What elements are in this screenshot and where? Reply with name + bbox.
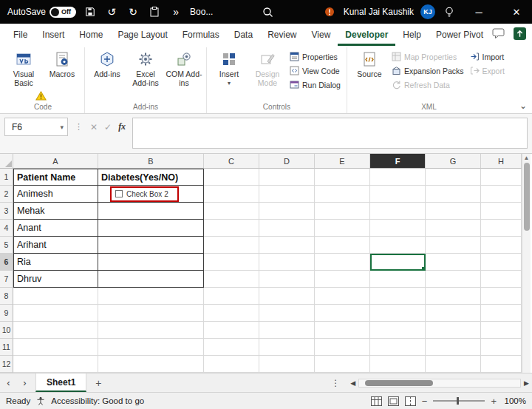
cell-H4[interactable] [481,220,522,237]
formula-bar-grip-icon[interactable]: ⋮ [75,122,83,132]
page-break-view-icon[interactable] [405,396,416,406]
cell-A3[interactable]: Mehak [13,203,98,220]
insert-control-button[interactable]: Insert ▾ [211,48,248,87]
cell-A2[interactable]: Animesh [13,186,98,203]
cell-D5[interactable] [259,237,315,254]
column-header-a[interactable]: A [13,154,98,169]
cell-D2[interactable] [259,186,315,203]
view-code-button[interactable]: View Code [287,64,343,77]
undo-icon[interactable]: ↺ [104,4,119,20]
collapse-ribbon-icon[interactable]: ⌄ [519,101,527,111]
scroll-up-icon[interactable]: ▲ [524,155,530,161]
cell-B4[interactable] [98,220,204,237]
lightbulb-icon[interactable] [442,4,457,20]
sheet-options-icon[interactable]: ⋮ [331,378,340,388]
source-button[interactable]: Source [351,48,388,78]
cell-F6[interactable] [370,254,426,271]
checkbox-label[interactable]: Check Box 2 [126,190,168,198]
name-box[interactable]: F6 ▾ [4,118,68,136]
prev-sheet-icon[interactable]: ‹ [3,377,14,388]
cell-A7[interactable]: Dhruv [13,271,98,288]
save-icon[interactable] [83,4,98,20]
vertical-scroll-thumb[interactable] [524,163,530,231]
cell-A5[interactable]: Arihant [13,237,98,254]
row-header-8[interactable]: 8 [0,288,13,305]
tab-file[interactable]: File [6,24,35,46]
tab-view[interactable]: View [304,24,338,46]
tab-review[interactable]: Review [260,24,304,46]
tab-data[interactable]: Data [227,24,260,46]
cell-C4[interactable] [204,220,259,237]
notification-badge-icon[interactable] [322,4,337,20]
refresh-data-button[interactable]: Refresh Data [389,78,466,91]
accessibility-icon[interactable] [36,396,45,405]
cell-B5[interactable] [98,237,204,254]
cell-H5[interactable] [481,237,522,254]
cell-D8[interactable] [259,288,315,305]
zoom-slider-knob[interactable] [457,397,459,405]
page-layout-view-icon[interactable] [388,396,399,406]
cell-F2[interactable] [370,186,426,203]
cell-G10[interactable] [426,322,481,339]
cell-A4[interactable]: Anant [13,220,98,237]
zoom-out-button[interactable]: − [422,396,428,406]
horizontal-scrollbar[interactable] [358,379,521,388]
scroll-left-icon[interactable]: ◀ [350,379,355,387]
checkbox-box[interactable] [115,190,123,197]
cell-G7[interactable] [426,271,481,288]
cell-E12[interactable] [315,356,370,373]
zoom-level[interactable]: 100% [502,396,526,405]
cell-H8[interactable] [481,288,522,305]
add-sheet-button[interactable]: + [92,377,105,389]
cell-G6[interactable] [426,254,481,271]
cell-E2[interactable] [315,186,370,203]
cell-H12[interactable] [481,356,522,373]
cell-A12[interactable] [13,356,98,373]
horizontal-scroll-thumb[interactable] [365,380,433,386]
cell-C11[interactable] [204,339,259,356]
column-header-c[interactable]: C [204,154,259,169]
cell-F1[interactable] [370,169,426,186]
cell-H10[interactable] [481,322,522,339]
visual-basic-button[interactable]: Visual Basic [5,48,42,87]
cell-G2[interactable] [426,186,481,203]
add-ins-button[interactable]: Add-ins [89,48,126,78]
zoom-in-button[interactable]: + [491,396,497,406]
run-dialog-button[interactable]: Run Dialog [287,78,343,91]
cell-D1[interactable] [259,169,315,186]
row-header-11[interactable]: 11 [0,339,13,356]
cell-E5[interactable] [315,237,370,254]
cell-G9[interactable] [426,305,481,322]
zoom-slider[interactable] [433,400,485,402]
cell-G12[interactable] [426,356,481,373]
tab-power-pivot[interactable]: Power Pivot [429,24,491,46]
column-header-b[interactable]: B [98,154,204,169]
tab-page-layout[interactable]: Page Layout [110,24,174,46]
confirm-entry-icon[interactable]: ✓ [104,122,112,132]
tab-help[interactable]: Help [395,24,429,46]
formula-input[interactable] [132,118,528,149]
com-add-ins-button[interactable]: COM Add-ins [166,48,202,87]
select-all-corner[interactable] [0,154,13,169]
name-box-dropdown-icon[interactable]: ▾ [60,124,64,131]
cell-D9[interactable] [259,305,315,322]
cell-G3[interactable] [426,203,481,220]
row-header-7[interactable]: 7 [0,271,13,288]
cell-F7[interactable] [370,271,426,288]
cell-D11[interactable] [259,339,315,356]
cell-C6[interactable] [204,254,259,271]
cell-C1[interactable] [204,169,259,186]
cell-E8[interactable] [315,288,370,305]
cell-F3[interactable] [370,203,426,220]
cell-F9[interactable] [370,305,426,322]
row-header-12[interactable]: 12 [0,356,13,373]
cell-D4[interactable] [259,220,315,237]
cell-G4[interactable] [426,220,481,237]
export-button[interactable]: Export [468,64,507,77]
cell-B12[interactable] [98,356,204,373]
cell-D7[interactable] [259,271,315,288]
cell-B9[interactable] [98,305,204,322]
next-sheet-icon[interactable]: › [19,377,30,388]
accessibility-status[interactable]: Accessibility: Good to go [51,396,144,405]
cell-C12[interactable] [204,356,259,373]
